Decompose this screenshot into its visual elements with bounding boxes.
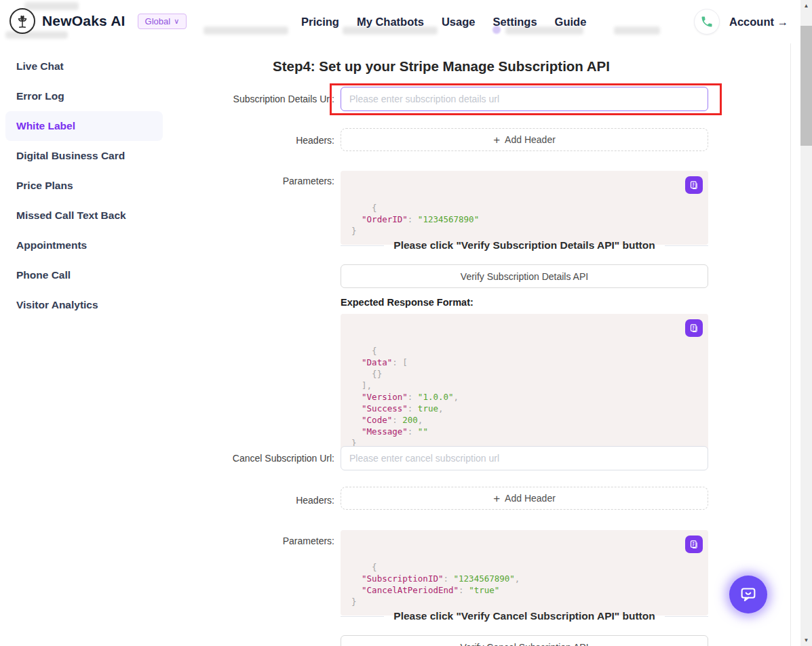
- add-header-button[interactable]: + Add Header: [341, 128, 708, 151]
- brand-logo[interactable]: NewOaks AI Global ∨: [9, 8, 187, 34]
- nav-item-guide[interactable]: Guide: [555, 16, 587, 28]
- main-content: Step4: Set up your Stripe Manage Subscri…: [174, 43, 791, 646]
- headers-label: Headers:: [174, 135, 334, 146]
- sidebar-item-phone-call[interactable]: Phone Call: [5, 260, 163, 290]
- divider-instruction: Please click "Verify Cancel Subscription…: [393, 610, 655, 622]
- parameters-code-block: { "OrderID": "1234567890" }: [341, 171, 708, 245]
- subscription-details-url-label: Subscription Details Url:: [174, 94, 334, 104]
- region-selector[interactable]: Global ∨: [138, 14, 187, 29]
- add-header-label: Add Header: [505, 493, 556, 504]
- copy-button[interactable]: [685, 176, 703, 194]
- cancel-subscription-url-input[interactable]: [341, 446, 708, 470]
- scrollbar-up-arrow-icon[interactable]: ▲: [800, 3, 812, 9]
- account-label: Account →: [729, 16, 788, 28]
- sidebar-item-white-label[interactable]: White Label: [5, 111, 163, 141]
- divider: Please click "Verify Subscription Detail…: [341, 239, 708, 252]
- nav-item-my-chatbots[interactable]: My Chatbots: [357, 16, 424, 28]
- chat-bubble-icon: [738, 584, 758, 605]
- brand-name: NewOaks AI: [42, 13, 125, 29]
- nav-item-settings[interactable]: Settings: [492, 16, 537, 28]
- sidebar-item-digital-business-card[interactable]: Digital Business Card: [5, 141, 163, 171]
- copy-button[interactable]: [685, 319, 703, 337]
- oak-tree-logo-icon: [9, 8, 35, 34]
- sidebar-item-live-chat[interactable]: Live Chat: [5, 52, 163, 81]
- plus-icon: +: [493, 134, 500, 146]
- nav-item-usage[interactable]: Usage: [442, 16, 476, 28]
- app-root: NewOaks AI Global ∨ Pricing My Chatbots …: [0, 0, 812, 646]
- sidebar: Live Chat Error Log White Label Digital …: [0, 43, 174, 646]
- add-header-button[interactable]: + Add Header: [341, 487, 708, 510]
- copy-button[interactable]: [685, 536, 703, 553]
- verify-subscription-details-button[interactable]: Verify Subscription Details API: [341, 264, 708, 288]
- vertical-scrollbar: ▲ ▼: [800, 0, 812, 646]
- sidebar-item-price-plans[interactable]: Price Plans: [5, 171, 163, 201]
- account-menu[interactable]: Account →: [694, 9, 788, 35]
- parameters-code-block: { "SubscriptionID": "1234567890", "Cance…: [341, 530, 708, 615]
- cancel-subscription-url-label: Cancel Subscription Url:: [174, 453, 334, 464]
- divider: Please click "Verify Cancel Subscription…: [341, 609, 708, 623]
- divider-line: [665, 245, 708, 246]
- parameters-label: Parameters:: [174, 536, 334, 546]
- verify-cancel-subscription-button[interactable]: Verify Cancel Subscription API: [341, 635, 708, 646]
- sidebar-item-visitor-analytics[interactable]: Visitor Analytics: [5, 290, 163, 320]
- sidebar-item-appointments[interactable]: Appointments: [5, 230, 163, 260]
- parameters-label: Parameters:: [174, 176, 334, 186]
- divider-instruction: Please click "Verify Subscription Detail…: [393, 239, 655, 251]
- nav-item-pricing[interactable]: Pricing: [301, 16, 339, 28]
- divider-line: [665, 616, 708, 617]
- sidebar-item-error-log[interactable]: Error Log: [5, 81, 163, 111]
- chevron-down-icon: ∨: [174, 17, 179, 26]
- phone-icon: [694, 9, 720, 35]
- page-title: Step4: Set up your Stripe Manage Subscri…: [174, 58, 708, 75]
- main-nav: Pricing My Chatbots Usage Settings Guide: [301, 0, 586, 43]
- add-header-label: Add Header: [505, 134, 556, 145]
- divider-line: [341, 245, 384, 246]
- chat-launcher-button[interactable]: [729, 576, 767, 613]
- scrollbar-thumb[interactable]: [800, 26, 812, 146]
- headers-label: Headers:: [174, 495, 334, 506]
- subscription-details-url-input[interactable]: [341, 87, 708, 111]
- top-header: NewOaks AI Global ∨ Pricing My Chatbots …: [0, 0, 800, 43]
- plus-icon: +: [493, 493, 500, 504]
- expected-response-format-label: Expected Response Format:: [341, 297, 473, 308]
- sidebar-item-missed-call-text-back[interactable]: Missed Call Text Back: [5, 201, 163, 230]
- region-label: Global: [145, 16, 171, 26]
- expected-response-code-block: { "Data": [ {} ], "Version": "1.0.0", "S…: [341, 314, 708, 457]
- divider-line: [341, 616, 384, 617]
- scrollbar-down-arrow-icon[interactable]: ▼: [800, 637, 812, 643]
